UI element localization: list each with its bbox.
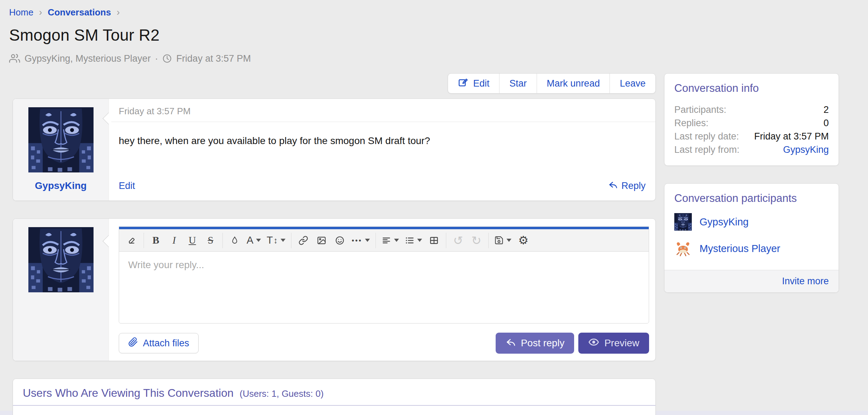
reply-author-cell	[13, 219, 109, 361]
people-icon	[9, 53, 20, 64]
toolbar-divider	[446, 233, 446, 248]
reply-arrow-icon	[608, 180, 618, 192]
alignment-icon[interactable]	[379, 231, 402, 250]
participants-footer: Invite more	[664, 270, 839, 292]
participant-row: GypsyKing	[674, 213, 829, 231]
insert-table-icon[interactable]	[425, 231, 443, 250]
smilies-icon[interactable]	[331, 231, 349, 250]
reply-arrow-icon	[505, 337, 516, 350]
editor-settings-icon[interactable]: ⚙	[514, 231, 532, 250]
paperclip-icon	[128, 337, 138, 349]
text-color-icon[interactable]	[226, 231, 244, 250]
font-size-icon[interactable]: T↕	[264, 231, 288, 250]
font-family-icon[interactable]: A	[244, 231, 264, 250]
bold-icon[interactable]: B	[147, 231, 165, 250]
toolbar-divider	[291, 233, 291, 248]
italic-icon[interactable]: I	[165, 231, 183, 250]
info-row-participants: Participants: 2	[674, 103, 829, 116]
editor-accent-bar	[119, 227, 649, 229]
toolbar-divider	[376, 233, 376, 248]
undo-icon[interactable]: ↺	[449, 231, 467, 250]
strikethrough-icon[interactable]: S	[201, 231, 220, 250]
eye-icon	[588, 336, 599, 350]
meta-participants: GypsyKing, Mysterious Player	[25, 53, 151, 64]
invite-more-link[interactable]: Invite more	[782, 276, 829, 286]
reply-textarea[interactable]	[119, 252, 649, 323]
conversation-participants-title: Conversation participants	[674, 192, 829, 205]
viewing-user-link[interactable]: GypsyKing	[23, 413, 70, 415]
insert-image-icon[interactable]	[312, 231, 331, 250]
avatar[interactable]	[28, 107, 94, 173]
info-row-last-reply-from: Last reply from: GypsyKing	[674, 143, 829, 156]
avatar[interactable]	[674, 240, 692, 257]
info-row-last-reply-date: Last reply date: Friday at 3:57 PM	[674, 130, 829, 143]
edit-button[interactable]: Edit	[448, 74, 500, 93]
message-content: Friday at 3:57 PM hey there, when are yo…	[109, 99, 655, 200]
message-date: Friday at 3:57 PM	[109, 99, 655, 122]
attach-files-button[interactable]: Attach files	[119, 333, 199, 353]
preview-button[interactable]: Preview	[578, 333, 649, 354]
conversation-participants-card: Conversation participants GypsyKing Myst…	[664, 183, 839, 293]
users-viewing-title: Users Who Are Viewing This Conversation	[23, 387, 234, 399]
breadcrumb-separator-icon: ›	[117, 8, 120, 17]
toolbar-divider	[222, 233, 223, 248]
meta-timestamp: Friday at 3:57 PM	[176, 53, 251, 64]
drafts-icon[interactable]	[491, 231, 514, 250]
more-options-icon[interactable]: •••	[349, 231, 373, 250]
clock-icon	[162, 54, 172, 63]
breadcrumb: Home › Conversations ›	[9, 7, 839, 18]
message-reply-link[interactable]: Reply	[608, 180, 646, 192]
users-viewing-header: Users Who Are Viewing This Conversation …	[13, 379, 655, 406]
conversation-actions: Edit Star Mark unread Leave	[13, 73, 656, 94]
page-title: Smogon SM Tour R2	[9, 26, 839, 45]
participant-link[interactable]: GypsyKing	[700, 216, 749, 228]
message-footer: Edit Reply	[109, 173, 655, 200]
star-button[interactable]: Star	[499, 74, 537, 93]
message-author-link[interactable]: GypsyKing	[35, 180, 87, 191]
page-header: Home › Conversations › Smogon SM Tour R2…	[9, 7, 839, 64]
remove-format-icon[interactable]	[123, 231, 141, 250]
info-row-replies: Replies: 0	[674, 116, 829, 130]
reply-editor-card: B I U S A T↕	[13, 218, 656, 361]
reply-editor-area: B I U S A T↕	[109, 219, 655, 361]
conversation-info-title: Conversation info	[674, 82, 829, 95]
participant-link[interactable]: Mysterious Player	[700, 243, 780, 254]
breadcrumb-conversations[interactable]: Conversations	[48, 7, 111, 18]
reply-buttons-row: Attach files Post reply	[119, 333, 649, 354]
toolbar-divider	[144, 233, 144, 248]
page: Home › Conversations › Smogon SM Tour R2…	[0, 0, 868, 411]
rich-text-editor: B I U S A T↕	[119, 226, 649, 324]
sidebar: Conversation info Participants: 2 Replie…	[664, 73, 839, 310]
insert-link-icon[interactable]	[294, 231, 312, 250]
post-reply-button[interactable]: Post reply	[496, 333, 574, 354]
main-column: Edit Star Mark unread Leave	[13, 73, 656, 415]
meta-separator: ·	[155, 53, 158, 64]
conversation-meta: GypsyKing, Mysterious Player · Friday at…	[9, 53, 839, 64]
breadcrumb-separator-icon: ›	[39, 8, 42, 17]
message-edit-link[interactable]: Edit	[119, 181, 135, 191]
message-card: GypsyKing Friday at 3:57 PM hey there, w…	[13, 98, 656, 201]
redo-icon[interactable]: ↻	[467, 231, 485, 250]
conversation-info-card: Conversation info Participants: 2 Replie…	[664, 73, 839, 166]
mark-unread-button[interactable]: Mark unread	[537, 74, 610, 93]
edit-pencil-icon	[458, 77, 468, 90]
underline-icon[interactable]: U	[183, 231, 201, 250]
leave-button[interactable]: Leave	[609, 74, 655, 93]
message-author-cell: GypsyKing	[13, 99, 109, 200]
last-reply-from-link[interactable]: GypsyKing	[783, 143, 829, 156]
users-viewing-card: Users Who Are Viewing This Conversation …	[13, 379, 656, 415]
breadcrumb-home[interactable]: Home	[9, 7, 33, 18]
editor-toolbar: B I U S A T↕	[119, 229, 649, 252]
toolbar-divider	[488, 233, 489, 248]
users-viewing-counts: (Users: 1, Guests: 0)	[240, 388, 324, 399]
participant-row: Mysterious Player	[674, 240, 829, 257]
avatar[interactable]	[28, 226, 94, 293]
avatar[interactable]	[674, 213, 692, 231]
message-body: hey there, when are you available to pla…	[109, 122, 655, 173]
list-icon[interactable]	[402, 231, 425, 250]
users-viewing-list: GypsyKing	[13, 406, 655, 415]
